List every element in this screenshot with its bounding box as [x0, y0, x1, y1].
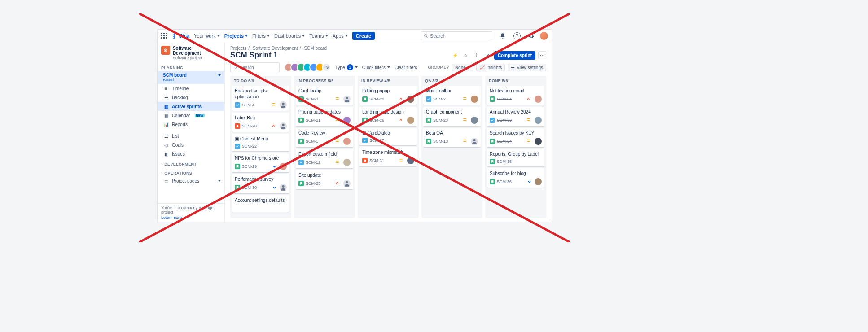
view-settings-button[interactable]: ☰View settings: [508, 64, 546, 71]
issue-card[interactable]: Card tooltipSCM-3=: [296, 86, 353, 105]
sidebar-item-issues[interactable]: ◧Issues: [158, 149, 224, 158]
sidebar-item-goals[interactable]: ◎Goals: [158, 140, 224, 149]
issue-card[interactable]: Notification emailSCM-24^: [487, 86, 544, 105]
issue-card[interactable]: Subscribe for blogSCM-36⌄: [487, 168, 544, 188]
issuetype-story-icon: [235, 164, 240, 169]
issuetype-task-icon: [298, 160, 304, 165]
svg-rect-7: [163, 37, 165, 39]
crumb-link[interactable]: Software Development: [253, 46, 298, 51]
profile-avatar[interactable]: [540, 32, 548, 40]
issue-card[interactable]: Code ReviewSCM-1=: [296, 128, 353, 147]
issue-key: SCM-3: [306, 97, 318, 101]
topbar: Jira Your work Projects Filters Dashboar…: [158, 30, 552, 42]
issue-card[interactable]: Backport scripts optimizationSCM-4=: [232, 86, 289, 111]
issue-card[interactable]: Annual Review 2024SCM-33=: [487, 107, 544, 126]
app-switcher-icon[interactable]: [161, 33, 167, 39]
priority-high-icon: ^: [527, 97, 531, 101]
quick-filters[interactable]: Quick filters: [362, 65, 390, 70]
issue-key: SCM-30: [242, 185, 257, 190]
issue-key: SCM-34: [497, 139, 512, 144]
sidebar-item-list[interactable]: ☰List: [158, 131, 224, 140]
nav-item-dashboards[interactable]: Dashboards: [274, 33, 305, 39]
sidebar-item-calendar[interactable]: ▦CalendarNEW: [158, 111, 224, 120]
settings-icon[interactable]: [527, 32, 535, 40]
automation-icon[interactable]: ⚡: [451, 51, 459, 59]
fullscreen-icon[interactable]: ⤢: [483, 51, 491, 59]
sidebar-item-backlog[interactable]: ☰Backlog: [158, 93, 224, 102]
issue-key: SCM-13: [433, 139, 448, 144]
crumb-link[interactable]: Projects: [230, 46, 246, 51]
logo-text: Jira: [179, 32, 189, 39]
issues-icon: ◧: [163, 151, 169, 157]
issuetype-task-icon: [426, 96, 431, 102]
svg-point-19: [364, 160, 366, 162]
more-icon[interactable]: ⋯: [538, 51, 546, 59]
crumb-link[interactable]: SCM board: [304, 46, 327, 51]
sidebar-item-project-pages[interactable]: ▭ Project pages: [158, 176, 224, 185]
issue-card[interactable]: ▣CardDialogSCM-27: [359, 128, 417, 145]
jira-logo-icon[interactable]: Jira: [172, 32, 189, 39]
avatar-overflow[interactable]: +9: [322, 63, 331, 72]
section-operations[interactable]: OPERATIONS: [158, 167, 224, 176]
nav-item-teams[interactable]: Teams: [309, 33, 328, 39]
board-selector[interactable]: SCM board Board: [158, 71, 224, 84]
priority-medium-icon: =: [463, 97, 468, 101]
insights-button[interactable]: 📈Insights: [476, 64, 505, 71]
global-search-input[interactable]: Search: [421, 31, 492, 40]
nav-item-your-work[interactable]: Your work: [194, 33, 220, 39]
issue-card[interactable]: Site updateSCM-25^: [296, 170, 353, 189]
list-icon: ☰: [163, 133, 169, 139]
issue-card[interactable]: Perfomance surveySCM-30⌄: [232, 174, 289, 193]
issue-card[interactable]: ▣Context MenuSCM-22: [232, 134, 289, 151]
board-search-input[interactable]: Search: [230, 62, 280, 72]
priority-low-icon: ⌄: [527, 179, 531, 184]
issue-card[interactable]: Editing popupSCM-20^: [359, 86, 417, 105]
assignee-avatar: [471, 96, 478, 103]
star-icon[interactable]: ☆: [462, 51, 470, 59]
priority-medium-icon: =: [336, 139, 340, 144]
sidebar-item-reports[interactable]: 📊Reports: [158, 120, 224, 129]
issue-card[interactable]: Label BugSCM-28^: [232, 113, 289, 132]
create-button[interactable]: Create: [352, 32, 375, 40]
svg-point-18: [346, 181, 348, 183]
svg-point-13: [282, 103, 284, 105]
chevron-down-icon: [325, 35, 328, 37]
issue-card[interactable]: Search Issues by KEYSCM-34=: [487, 128, 544, 147]
priority-low-icon: ⌄: [272, 185, 276, 190]
group-by-selector[interactable]: None: [452, 64, 473, 71]
issue-card[interactable]: Export custom fieldSCM-12=: [296, 149, 353, 168]
issue-card[interactable]: Account settings defaults: [232, 195, 289, 212]
svg-point-20: [473, 139, 475, 141]
share-icon[interactable]: ⤴: [473, 51, 481, 59]
assignee-avatars[interactable]: +9: [284, 63, 331, 72]
type-filter[interactable]: Type 3: [335, 64, 358, 70]
issuetype-bug-icon: [362, 158, 368, 163]
section-development[interactable]: DEVELOPMENT: [158, 158, 224, 167]
learn-more-link[interactable]: Learn more: [161, 215, 221, 220]
assignee-avatar: [280, 163, 287, 170]
nav-item-filters[interactable]: Filters: [252, 33, 270, 39]
issue-card[interactable]: Pricing page updatesSCM-21=: [296, 107, 353, 126]
chevron-down-icon: [218, 74, 221, 76]
issue-card[interactable]: NPS for Chrome storeSCM-29⌄: [232, 153, 289, 172]
issue-card[interactable]: Landing page designSCM-26^: [359, 107, 417, 126]
sidebar-item-timeline[interactable]: ≡Timeline: [158, 84, 224, 93]
board-column: IN PROGRESS 5/5Card tooltipSCM-3=Pricing…: [294, 76, 355, 218]
issue-key: SCM-12: [306, 160, 320, 165]
issue-card[interactable]: Graph componentSCM-23=: [423, 107, 481, 126]
issue-key: SCM-21: [306, 118, 320, 122]
help-icon[interactable]: ?: [513, 32, 521, 40]
section-planning: PLANNING: [158, 62, 224, 71]
nav-item-projects[interactable]: Projects: [224, 33, 248, 39]
issue-card[interactable]: Beta QASCM-13=: [423, 128, 481, 147]
notifications-icon[interactable]: [499, 32, 507, 40]
issue-card[interactable]: Reports: Group by LabelSCM-35: [487, 149, 544, 166]
sidebar-item-active-sprints[interactable]: ▥Active sprints: [158, 102, 224, 111]
complete-sprint-button[interactable]: Complete sprint: [494, 51, 535, 60]
issue-key: SCM-35: [497, 159, 512, 164]
nav-item-apps[interactable]: Apps: [333, 33, 348, 39]
issue-card[interactable]: Time zone mismatchSCM-31=: [359, 147, 417, 166]
clear-filters-link[interactable]: Clear filters: [395, 65, 417, 70]
issue-card[interactable]: Main ToolbarSCM-2=: [423, 86, 481, 105]
assignee-avatar: [343, 159, 351, 166]
